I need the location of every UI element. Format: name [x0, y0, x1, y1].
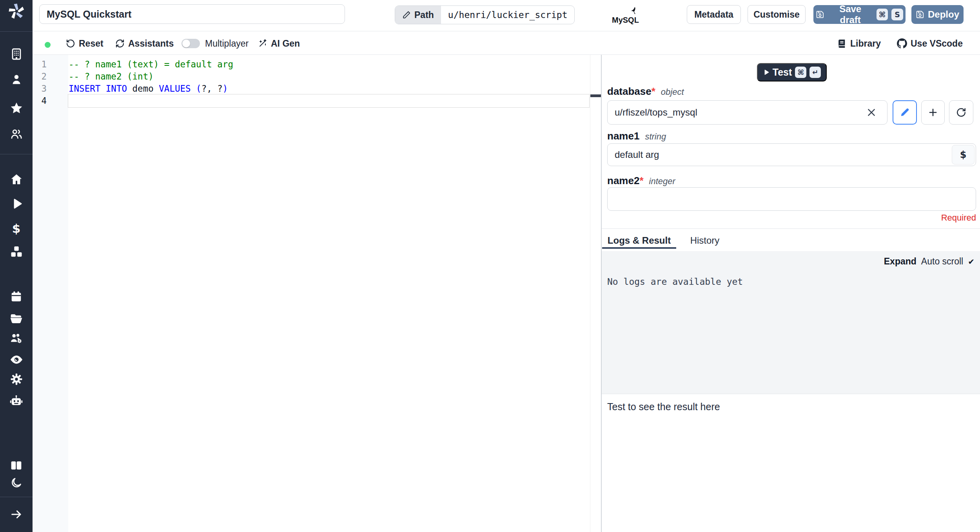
library-label: Library: [850, 36, 881, 51]
editor-gutter: [33, 55, 68, 532]
name2-input[interactable]: [607, 187, 976, 211]
result-placeholder: Test to see the result here: [607, 401, 720, 413]
script-title-input[interactable]: [39, 4, 345, 24]
path-chip[interactable]: Path u/henri/luckier_script: [395, 5, 575, 24]
logs-panel: Expand Auto scroll ✔ No logs are availab…: [602, 251, 980, 394]
multiplayer-label: Multiplayer: [205, 36, 249, 51]
home-icon[interactable]: [0, 173, 33, 186]
sql-keyword: VALUES: [159, 83, 191, 94]
metadata-button[interactable]: Metadata: [687, 5, 741, 24]
pinwheel: [8, 3, 24, 20]
test-label: Test: [773, 67, 792, 78]
edit-resource-button[interactable]: [893, 100, 917, 125]
name1-field-label: name1 string: [607, 130, 666, 142]
library-button[interactable]: Library: [837, 36, 881, 51]
sidebar-divider: [0, 154, 33, 154]
resources-cubes-icon[interactable]: [0, 245, 33, 259]
github-icon: [897, 38, 907, 49]
use-vscode-button[interactable]: Use VScode: [897, 36, 963, 51]
user-icon[interactable]: [0, 73, 33, 86]
sidebar-divider: [0, 31, 33, 32]
editor-overview-ruler[interactable]: [590, 55, 601, 532]
workspace-building-icon[interactable]: [0, 47, 33, 61]
save-icon: [816, 10, 824, 19]
autoscroll-label[interactable]: Auto scroll: [921, 256, 963, 267]
schedules-calendar-icon[interactable]: [0, 290, 33, 303]
refresh-cw-icon: [115, 39, 125, 48]
docs-book-icon[interactable]: [0, 459, 33, 472]
panel-separator: [602, 228, 980, 229]
kbd-s: S: [891, 9, 903, 20]
deploy-button[interactable]: Deploy: [911, 5, 964, 24]
ai-gen-button[interactable]: AI Gen: [258, 36, 300, 51]
workers-users-gear-icon[interactable]: [0, 331, 33, 345]
save-draft-label: Save draft: [828, 4, 873, 25]
database-field-label: database* object: [607, 85, 684, 98]
variable-picker-button[interactable]: $: [952, 145, 975, 165]
panel-separator: [602, 394, 980, 394]
check-icon[interactable]: ✔: [968, 257, 975, 266]
field-type: object: [661, 87, 684, 97]
mysql-language-logo: MySQL: [609, 5, 641, 26]
ai-robot-icon[interactable]: [0, 394, 33, 408]
favorites-star-icon[interactable]: [0, 101, 33, 115]
runs-play-icon[interactable]: [0, 197, 33, 210]
dark-mode-moon-icon[interactable]: [0, 476, 33, 489]
path-value[interactable]: u/henri/luckier_script: [441, 6, 575, 24]
billing-dollar-icon[interactable]: $: [0, 222, 33, 235]
groups-users-icon[interactable]: [0, 127, 33, 141]
play-icon: [763, 69, 769, 76]
line-number: 1: [33, 58, 47, 71]
refresh-resource-button[interactable]: [949, 100, 973, 125]
mysql-logo-text: MySQL: [612, 16, 639, 24]
database-input[interactable]: [607, 100, 887, 125]
sidebar: $: [0, 0, 33, 532]
customise-button[interactable]: Customise: [748, 5, 806, 24]
line-number: 2: [33, 70, 47, 83]
assistants-button[interactable]: Assistants: [115, 36, 174, 51]
logs-empty-text: No logs are available yet: [607, 277, 743, 287]
line-number-active: 4: [33, 94, 47, 107]
field-name: database: [607, 85, 652, 97]
audit-eye-icon[interactable]: [0, 353, 33, 367]
editor-current-line[interactable]: [68, 94, 590, 108]
toggle-knob: [182, 40, 190, 47]
sql-identifier: demo: [127, 83, 159, 94]
tab-history[interactable]: History: [681, 233, 728, 248]
reset-button[interactable]: Reset: [66, 36, 103, 51]
add-resource-button[interactable]: [921, 100, 945, 125]
windmill-logo-icon[interactable]: [0, 2, 33, 20]
wand-sparkles-icon: [258, 39, 267, 48]
save-icon: [916, 10, 924, 19]
status-dot: [45, 42, 51, 48]
kbd-cmd: ⌘: [877, 9, 888, 20]
collapse-arrow-right-icon[interactable]: [0, 508, 33, 521]
code-line-3[interactable]: INSERT INTO demo VALUES (?, ?): [69, 82, 228, 95]
code-line-2[interactable]: -- ? name2 (int): [69, 70, 154, 83]
code-line-1[interactable]: -- ? name1 (text) = default arg: [69, 58, 233, 71]
field-name: name1: [607, 130, 639, 142]
pencil-icon: [900, 107, 910, 118]
name1-input[interactable]: [607, 143, 976, 166]
use-vscode-label: Use VScode: [911, 36, 963, 51]
expand-button[interactable]: Expand: [884, 256, 916, 267]
book-icon: [837, 39, 847, 49]
field-type: string: [645, 132, 666, 142]
clear-database-button[interactable]: [866, 107, 877, 118]
deploy-label: Deploy: [928, 9, 959, 20]
ai-gen-label: AI Gen: [271, 36, 300, 51]
test-button[interactable]: Test ⌘ ↵: [757, 63, 827, 81]
line-number: 3: [33, 82, 47, 95]
plus-icon: [927, 107, 938, 118]
sql-paren: ): [223, 83, 228, 94]
folders-open-icon[interactable]: [0, 312, 33, 326]
multiplayer-toggle[interactable]: [181, 39, 200, 48]
close-icon: [866, 107, 877, 118]
settings-gear-icon[interactable]: [0, 373, 33, 386]
path-edit-button[interactable]: Path: [395, 6, 441, 24]
save-draft-button[interactable]: Save draft ⌘ S: [813, 5, 906, 24]
reset-label: Reset: [79, 36, 103, 51]
top-bar: Path u/henri/luckier_script MySQL Metada…: [33, 0, 980, 31]
tab-logs-result[interactable]: Logs & Result: [602, 233, 676, 248]
field-name: name2: [607, 175, 639, 186]
